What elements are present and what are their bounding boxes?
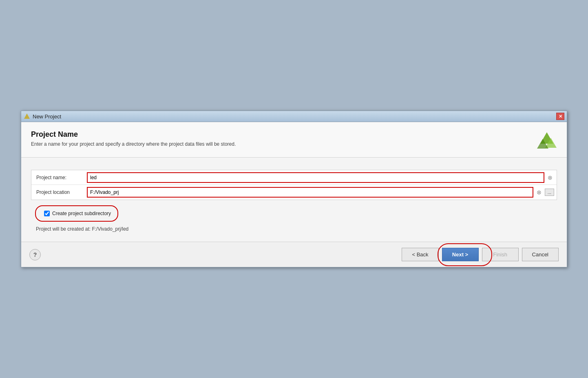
- header-text: Project Name Enter a name for your proje…: [31, 130, 537, 147]
- project-name-label: Project name:: [31, 171, 84, 184]
- next-button-wrap: Next >: [442, 248, 479, 261]
- header-logo: [537, 130, 557, 151]
- header-section: Project Name Enter a name for your proje…: [21, 122, 567, 158]
- project-location-browse-button[interactable]: ...: [545, 189, 554, 196]
- create-subdirectory-checkbox[interactable]: [44, 211, 50, 216]
- project-location-clear-button[interactable]: ⊗: [535, 188, 543, 196]
- help-button[interactable]: ?: [29, 249, 41, 260]
- header-title: Project Name: [31, 130, 537, 139]
- project-name-row: Project name: ⊗: [31, 170, 557, 185]
- project-location-label: Project location: [31, 186, 84, 198]
- vivado-logo: [537, 131, 557, 150]
- header-subtitle: Enter a name for your project and specif…: [31, 141, 537, 147]
- title-bar-left: New Project: [24, 113, 61, 120]
- form-area: Project name: ⊗ Project location ⊗ ...: [31, 170, 557, 200]
- cancel-button[interactable]: Cancel: [522, 248, 559, 261]
- svg-marker-0: [24, 113, 30, 119]
- window-title: New Project: [33, 113, 61, 120]
- app-icon: [24, 113, 30, 120]
- finish-button[interactable]: Finish: [482, 248, 519, 261]
- dialog-body: Project Name Enter a name for your proje…: [21, 122, 567, 267]
- back-button[interactable]: < Back: [402, 248, 438, 261]
- footer-section: ? < Back Next > Finish Cancel: [21, 242, 567, 267]
- footer-left: ?: [29, 249, 41, 260]
- project-name-input-wrap: ⊗: [84, 171, 557, 185]
- next-button[interactable]: Next >: [442, 248, 479, 261]
- project-location-input[interactable]: [87, 187, 533, 198]
- create-subdirectory-label: Create project subdirectory: [52, 211, 111, 216]
- content-section: Project name: ⊗ Project location ⊗ ...: [21, 158, 567, 242]
- create-subdirectory-row: Create project subdirectory: [39, 207, 557, 220]
- close-button[interactable]: ✕: [556, 113, 564, 120]
- project-name-clear-button[interactable]: ⊗: [546, 173, 554, 182]
- project-location-row: Project location ⊗ ...: [31, 185, 557, 200]
- project-location-input-wrap: ⊗ ...: [84, 185, 557, 199]
- title-bar: New Project ✕: [21, 111, 567, 122]
- footer-right: < Back Next > Finish Cancel: [402, 248, 559, 261]
- project-path-text: Project will be created at: F:/Vivado_pr…: [31, 225, 557, 233]
- project-name-input[interactable]: [87, 172, 544, 183]
- new-project-dialog: New Project ✕ Project Name Enter a name …: [21, 111, 567, 267]
